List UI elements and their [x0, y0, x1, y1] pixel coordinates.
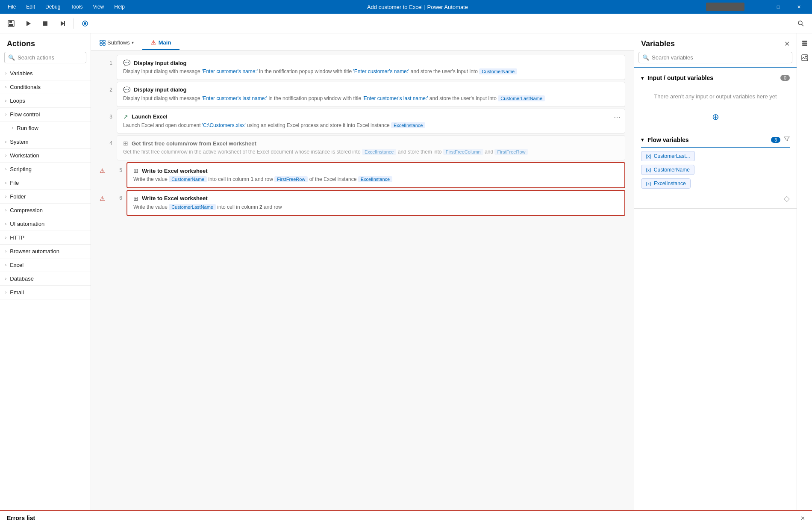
menu-edit[interactable]: Edit — [22, 2, 39, 12]
step-card-2[interactable]: 💬 Display input dialog Display input dia… — [117, 82, 625, 107]
close-button[interactable]: ✕ — [789, 0, 809, 14]
var-chip-customername[interactable]: {x} CustomerName — [641, 165, 694, 175]
action-group-file-header[interactable]: › File — [0, 176, 91, 189]
excel-write-icon: ⊞ — [133, 167, 138, 174]
app-body: Actions 🔍 › Variables › Conditionals › — [0, 33, 812, 510]
chevron-down-icon: ▾ — [641, 136, 644, 143]
action-group-email-header[interactable]: › Email — [0, 286, 91, 299]
action-group-folder-header[interactable]: › Folder — [0, 190, 91, 203]
action-group-flowcontrol-header[interactable]: › Flow control — [0, 108, 91, 121]
action-group-scripting-label: Scripting — [10, 166, 32, 172]
layers-icon-button[interactable] — [798, 37, 811, 50]
step-button[interactable] — [55, 16, 70, 31]
action-group-excel-header[interactable]: › Excel — [0, 258, 91, 272]
menu-file[interactable]: File — [3, 2, 20, 12]
action-group-variables-label: Variables — [10, 70, 32, 77]
record-button[interactable] — [77, 16, 93, 31]
action-group-workstation-header[interactable]: › Workstation — [0, 149, 91, 162]
chevron-right-icon: › — [12, 126, 13, 130]
action-group-http-header[interactable]: › HTTP — [0, 231, 91, 244]
input-output-count: 0 — [780, 75, 790, 81]
step-number-6: 6 — [109, 190, 122, 201]
action-group-compression-header[interactable]: › Compression — [0, 204, 91, 217]
actions-panel: Actions 🔍 › Variables › Conditionals › — [0, 33, 91, 510]
step-card-1[interactable]: 💬 Display input dialog Display input dia… — [117, 55, 625, 80]
flow-vars-header[interactable]: ▾ Flow variables 3 — [634, 133, 797, 147]
actions-search-box[interactable]: 🔍 — [4, 52, 86, 63]
svg-rect-15 — [802, 41, 807, 42]
action-group-database-label: Database — [10, 275, 34, 282]
actions-search-input[interactable] — [18, 54, 89, 61]
action-group-database-header[interactable]: › Database — [0, 272, 91, 285]
eraser-icon[interactable]: ◇ — [784, 194, 790, 203]
maximize-button[interactable]: □ — [768, 0, 788, 14]
step-more-icon[interactable]: ⋯ — [614, 113, 621, 121]
input-output-title: Input / output variables — [647, 74, 777, 81]
step-card-3[interactable]: ↗ Launch Excel Launch Excel and open doc… — [117, 109, 625, 134]
var-chip-excelinstance[interactable]: {x} ExcelInstance — [641, 178, 691, 189]
action-group-uiautomation-header[interactable]: › UI automation — [0, 217, 91, 231]
step-card-5[interactable]: ⊞ Write to Excel worksheet Write the val… — [127, 162, 625, 188]
action-group-variables-header[interactable]: › Variables — [0, 67, 91, 80]
chevron-right-icon: › — [5, 71, 6, 76]
action-group-browserauto-header[interactable]: › Browser automation — [0, 245, 91, 258]
svg-point-9 — [798, 21, 802, 25]
dialog-icon: 💬 — [123, 59, 130, 66]
minimize-button[interactable]: ─ — [748, 0, 768, 14]
flow-vars-section: ▾ Flow variables 3 {x} CustomerLast... {… — [634, 129, 797, 209]
step-card-4[interactable]: ⊞ Get first free column/row from Excel w… — [117, 135, 625, 160]
svg-rect-14 — [103, 43, 105, 45]
add-input-output-button[interactable]: ⊕ — [634, 108, 797, 125]
step-5-title: Write to Excel worksheet — [142, 168, 208, 174]
variables-close-button[interactable]: ✕ — [784, 40, 790, 48]
action-group-workstation-label: Workstation — [10, 152, 39, 159]
svg-rect-6 — [64, 21, 65, 26]
menu-bar[interactable]: File Edit Debug Tools View Help — [3, 2, 129, 12]
save-button[interactable] — [3, 16, 19, 31]
stop-button[interactable] — [38, 16, 53, 31]
var-chip-excelinstance-label: ExcelInstance — [654, 181, 686, 187]
window-controls[interactable]: ─ □ ✕ — [748, 0, 809, 14]
menu-debug[interactable]: Debug — [41, 2, 65, 12]
variables-header: Variables ✕ — [634, 33, 797, 52]
menu-tools[interactable]: Tools — [66, 2, 87, 12]
variables-search-input[interactable] — [652, 54, 788, 61]
step-3-var: ExcelInstance — [391, 122, 425, 128]
action-group-uiautomation-label: UI automation — [10, 221, 44, 227]
menu-help[interactable]: Help — [110, 2, 129, 12]
svg-rect-16 — [802, 43, 807, 44]
tab-main[interactable]: ⚠ Main — [142, 36, 180, 50]
flow-vars-filter-icon[interactable] — [784, 136, 790, 143]
action-group-folder: › Folder — [0, 190, 91, 204]
variables-search-box[interactable]: 🔍 — [638, 52, 792, 63]
step-4-desc: Get the first free column/row in the act… — [123, 148, 619, 156]
svg-marker-3 — [26, 21, 31, 26]
step-5-col: 1 — [250, 176, 253, 182]
action-group-scripting-header[interactable]: › Scripting — [0, 163, 91, 176]
action-group-compression-label: Compression — [10, 207, 43, 213]
run-button[interactable] — [21, 16, 36, 31]
chevron-down-icon: ▾ — [132, 40, 134, 45]
errors-close-button[interactable]: ✕ — [800, 515, 805, 521]
svg-rect-11 — [100, 40, 102, 42]
flow-canvas: 1 💬 Display input dialog Display input d… — [91, 50, 634, 510]
action-group-conditionals-header[interactable]: › Conditionals — [0, 80, 91, 94]
svg-marker-5 — [61, 21, 64, 26]
action-group-runflow-header[interactable]: › Run flow — [0, 121, 91, 135]
canvas-search-button[interactable] — [793, 16, 809, 31]
menu-view[interactable]: View — [88, 2, 108, 12]
var-chip-customerlast[interactable]: {x} CustomerLast... — [641, 151, 695, 161]
action-group-loops-header[interactable]: › Loops — [0, 94, 91, 107]
var-chip-customername-label: CustomerName — [654, 167, 690, 173]
image-icon-button[interactable] — [798, 51, 811, 64]
excel-write-icon: ⊞ — [133, 195, 138, 202]
input-output-header[interactable]: ▾ Input / output variables 0 — [634, 71, 797, 85]
action-group-loops: › Loops — [0, 94, 91, 108]
chevron-right-icon: › — [5, 222, 6, 226]
tab-subflows[interactable]: Subflows ▾ — [91, 36, 142, 50]
tab-subflows-label: Subflows — [107, 39, 130, 46]
step-number-1: 1 — [100, 55, 112, 66]
action-group-system-header[interactable]: › System — [0, 135, 91, 148]
flow-tabs: Subflows ▾ ⚠ Main — [91, 33, 634, 50]
step-card-6[interactable]: ⊞ Write to Excel worksheet Write the val… — [127, 190, 625, 216]
